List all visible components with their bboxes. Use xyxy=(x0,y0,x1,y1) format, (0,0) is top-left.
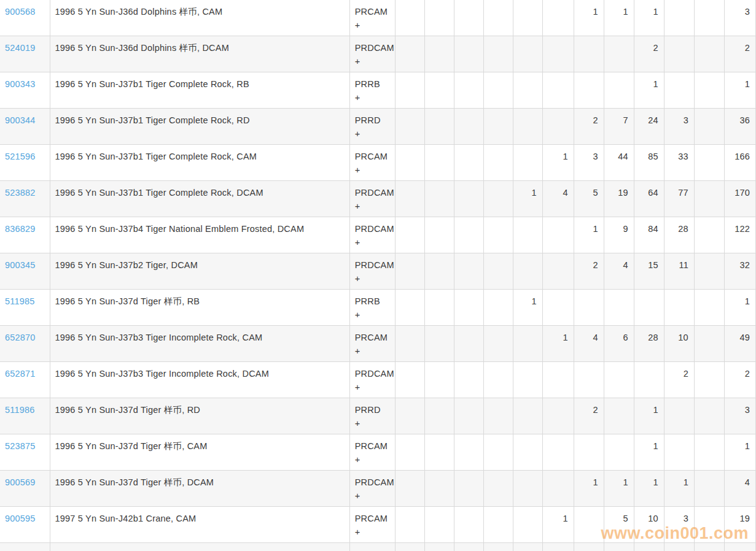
table-row: 524019 1996 5 Yn Sun-J36d Dolphins 样币, D… xyxy=(0,36,756,72)
grade-count-cell-7 xyxy=(574,362,604,398)
grade-count-cell-10: 28 xyxy=(664,217,694,253)
grade-code-label: PRCAM xyxy=(355,512,389,525)
grade-count-cell-10: 77 xyxy=(664,181,694,217)
coin-id-link[interactable]: 900343 xyxy=(5,79,36,89)
grade-code-label: PRRD xyxy=(355,114,389,127)
grade-code-label: PRDCAM xyxy=(355,476,389,489)
table-row: 521596 1996 5 Yn Sun-J37b1 Tiger Complet… xyxy=(0,145,756,181)
grade-count-cell-3 xyxy=(454,145,483,181)
grade-count-cell-10: 33 xyxy=(664,145,694,181)
grade-count-cell-5 xyxy=(513,145,542,181)
grade-code-label: PRDCAM xyxy=(355,367,389,380)
grade-plus-label: + xyxy=(355,453,389,466)
coin-id-cell: 900568 xyxy=(0,0,50,36)
grade-count-cell-4 xyxy=(483,36,513,72)
grade-count-cell-3 xyxy=(454,507,483,543)
grade-count-cell-7: 4 xyxy=(574,326,604,362)
table-row: 900595 1997 5 Yn Sun-J42b1 Crane, CAM PR… xyxy=(0,507,756,543)
grade-count-cell-7 xyxy=(574,507,604,543)
grade-count-cell-11 xyxy=(694,72,724,109)
coin-id-link[interactable]: 511986 xyxy=(5,405,35,415)
grade-count-cell-8 xyxy=(604,72,634,109)
grade-count-cell-3 xyxy=(454,434,483,471)
grade-count-cell-1 xyxy=(395,398,424,434)
coin-id-link[interactable]: 900568 xyxy=(5,7,36,17)
grade-count-cell-8: 7 xyxy=(604,109,634,145)
grade-count-cell-6: 4 xyxy=(542,181,574,217)
grade-count-cell-2 xyxy=(424,434,454,471)
grade-count-cell-4 xyxy=(483,217,513,253)
grade-count-cell-1 xyxy=(395,471,424,507)
grade-count-cell-2 xyxy=(424,145,454,181)
grade-plus-label: + xyxy=(355,236,389,249)
coin-id-cell: 652870 xyxy=(0,326,50,362)
grade-count-cell-7 xyxy=(574,434,604,471)
grade-count-cell-3 xyxy=(454,543,483,551)
grade-count-cell-4 xyxy=(483,109,513,145)
coin-id-cell: 900510 xyxy=(0,543,50,551)
coin-description: 1996 5 Yn Sun-J37b4 Tiger National Emble… xyxy=(50,217,349,253)
coin-id-link[interactable]: 900344 xyxy=(5,115,36,125)
grade-count-cell-10: 11 xyxy=(664,253,694,290)
grade-count-cell-5: 1 xyxy=(513,181,542,217)
grade-count-cell-1 xyxy=(395,543,424,551)
grade-count-cell-10: 3 xyxy=(664,109,694,145)
grade-code-cell: PRCAM+ xyxy=(349,145,395,181)
grade-count-cell-9 xyxy=(634,362,664,398)
coin-id-link[interactable]: 524019 xyxy=(5,43,36,53)
coin-id-link[interactable]: 836829 xyxy=(5,224,36,234)
total-count-cell: 49 xyxy=(724,326,755,362)
coin-id-cell: 511986 xyxy=(0,398,50,434)
coin-id-link[interactable]: 900345 xyxy=(5,260,36,270)
coin-id-cell: 511985 xyxy=(0,290,50,326)
coin-description: 1996 5 Yn Sun-J37b1 Tiger Complete Rock,… xyxy=(50,109,349,145)
grade-count-cell-11 xyxy=(694,253,724,290)
grade-plus-label: + xyxy=(355,163,389,177)
coin-description: 1996 5 Yn Sun-J36d Dolphins 样币, DCAM xyxy=(50,36,349,72)
grade-count-cell-5 xyxy=(513,36,542,72)
grade-count-cell-7: 2 xyxy=(574,253,604,290)
grade-count-cell-5 xyxy=(513,362,542,398)
coin-id-link[interactable]: 511985 xyxy=(5,296,35,306)
coin-id-cell: 836829 xyxy=(0,217,50,253)
grade-count-cell-8: 4 xyxy=(604,253,634,290)
grade-count-cell-4 xyxy=(483,326,513,362)
grade-count-cell-6: 1 xyxy=(542,507,574,543)
grade-count-cell-11 xyxy=(694,181,724,217)
grade-count-cell-11 xyxy=(694,217,724,253)
grade-count-cell-4 xyxy=(483,362,513,398)
grade-count-cell-1 xyxy=(395,362,424,398)
total-count-cell: 36 xyxy=(724,109,755,145)
total-count-cell: 2 xyxy=(724,36,755,72)
coin-id-link[interactable]: 523882 xyxy=(5,188,36,198)
grade-count-cell-1 xyxy=(395,109,424,145)
coin-id-cell: 524019 xyxy=(0,36,50,72)
coin-id-link[interactable]: 652871 xyxy=(5,369,36,379)
coin-id-link[interactable]: 900569 xyxy=(5,477,36,487)
grade-count-cell-6 xyxy=(542,434,574,471)
grade-count-cell-9: 30 xyxy=(634,543,664,551)
coin-id-link[interactable]: 900595 xyxy=(5,514,36,523)
grade-code-cell: PRDCAM+ xyxy=(349,543,395,551)
grade-code-label: PRRB xyxy=(355,295,389,308)
grade-count-cell-6: 1 xyxy=(542,326,574,362)
grade-count-cell-6 xyxy=(542,36,574,72)
grade-code-label: PRCAM xyxy=(355,150,389,163)
coin-description: 1996 5 Yn Sun-J36d Dolphins 样币, CAM xyxy=(50,0,349,36)
grade-count-cell-1 xyxy=(395,326,424,362)
coin-id-link[interactable]: 652870 xyxy=(5,333,36,342)
coin-description: 1997 5 Yn Sun-J42b1 Crane, CAM xyxy=(50,507,349,543)
grade-count-cell-8: 44 xyxy=(604,145,634,181)
grade-code-cell: PRRB+ xyxy=(349,72,395,109)
grade-plus-label: + xyxy=(355,55,389,68)
coin-id-link[interactable]: 523875 xyxy=(5,441,36,451)
coin-id-link[interactable]: 521596 xyxy=(5,152,36,161)
grade-count-cell-8: 14 xyxy=(604,543,634,551)
grade-count-cell-7: 2 xyxy=(574,398,604,434)
grade-count-cell-10: 1 xyxy=(664,471,694,507)
grade-count-cell-10 xyxy=(664,72,694,109)
grade-count-cell-8: 6 xyxy=(604,326,634,362)
grade-count-cell-7: 1 xyxy=(574,0,604,36)
coin-description: 1997 5 Yn Sun-J42b1 Crane, DCAM xyxy=(50,543,349,551)
grade-count-cell-11 xyxy=(694,0,724,36)
